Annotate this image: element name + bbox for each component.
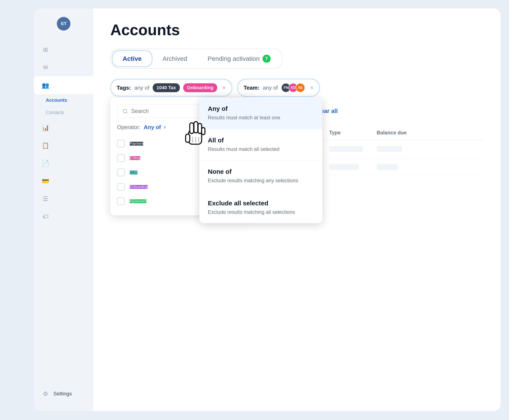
billing-icon: 💳 — [41, 176, 50, 186]
tags-filter-chip[interactable]: Tags: any of 1040 Tax Onboarding × — [110, 79, 232, 97]
operator-chevron-icon — [163, 125, 167, 129]
content-area: Accounts Active Archived Pending activat… — [93, 8, 501, 411]
checkbox-onboarding2[interactable] — [117, 183, 125, 191]
team-avatar-ae: AE — [296, 83, 305, 92]
settings-icon: ⚙ — [41, 389, 50, 398]
tag-efiling: E-filing — [130, 156, 140, 160]
checkbox-payment[interactable] — [117, 140, 125, 148]
op-desc-any: Results must match at least one — [208, 114, 314, 121]
sidebar-item-dashboard[interactable]: ⊞ — [34, 41, 93, 59]
files-icon: 📋 — [41, 141, 50, 150]
messages-icon: ✉ — [41, 63, 50, 72]
search-icon — [122, 108, 128, 114]
tags-chip-close[interactable]: × — [222, 84, 226, 91]
op-item-exclude-all[interactable]: Exclude all selected Exclude results mat… — [199, 192, 322, 223]
sidebar: ST ⊞ ✉ 👥 Accounts Contacts 📊 📋 📄 💳 — [34, 8, 93, 411]
sidebar-item-docs[interactable]: 📄 — [34, 154, 93, 172]
sidebar-item-billing[interactable]: 💳 — [34, 172, 93, 190]
op-title-exclude: Exclude all selected — [208, 200, 314, 207]
sidebar-item-settings[interactable]: ⚙ Settings — [34, 385, 93, 403]
tab-archived[interactable]: Archived — [152, 51, 197, 67]
sidebar-item-files[interactable]: 📋 — [34, 136, 93, 154]
team-chip-close[interactable]: × — [310, 84, 313, 91]
team-avatars: FN AD AE — [281, 83, 305, 92]
checkbox-1120[interactable] — [117, 169, 125, 176]
svg-line-6 — [126, 112, 127, 113]
row-balance — [377, 146, 402, 152]
reports-icon: 📊 — [41, 123, 50, 132]
svg-point-5 — [123, 109, 127, 113]
op-item-any-of[interactable]: Any of Results must match at least one — [199, 98, 322, 129]
tags-chip-operator: any of — [134, 84, 149, 91]
dashboard-icon: ⊞ — [41, 45, 50, 54]
tab-bar: Active Archived Pending activation 7 — [110, 49, 283, 69]
operator-dropdown: Any of Results must match at least one A… — [199, 98, 322, 223]
page-title: Accounts — [110, 21, 484, 38]
col-balance: Balance due — [377, 130, 419, 136]
tags-chip-label: Tags: — [117, 84, 131, 91]
tab-active[interactable]: Active — [112, 50, 152, 67]
sidebar-item-tasks[interactable]: ☰ — [34, 190, 93, 208]
sidebar-subitem-contacts[interactable]: Contacts — [34, 106, 93, 119]
tab-pending[interactable]: Pending activation 7 — [197, 50, 281, 67]
avatar: ST — [57, 17, 70, 30]
operator-value-button[interactable]: Any of — [144, 124, 167, 131]
filter-row-1: Tags: any of 1040 Tax Onboarding × Team:… — [110, 79, 484, 97]
op-desc-all: Results must match all selected — [208, 146, 314, 153]
checkbox-agreement[interactable] — [117, 197, 125, 205]
op-title-any: Any of — [208, 105, 314, 112]
clients-icon: 👥 — [41, 81, 50, 90]
sidebar-item-clients[interactable]: 👥 — [34, 76, 93, 94]
op-title-none: None of — [208, 168, 314, 175]
sidebar-subitem-accounts[interactable]: Accounts — [34, 94, 93, 106]
tag-1040tax: 1040 Tax — [153, 83, 180, 92]
team-filter-chip[interactable]: Team: any of FN AD AE × — [237, 79, 320, 97]
row-type — [329, 146, 363, 152]
tag-1120: 1120 — [130, 171, 138, 174]
tag-onboarding: Onboarding — [183, 83, 217, 92]
docs-icon: 📄 — [41, 158, 50, 168]
op-item-none-of[interactable]: None of Exclude results matching any sel… — [199, 160, 322, 192]
op-item-all-of[interactable]: All of Results must match all selected — [199, 129, 322, 161]
tag-payment: Payment — [130, 142, 143, 146]
op-title-all: All of — [208, 137, 314, 144]
team-chip-operator: any of — [263, 84, 278, 91]
operator-label: Operator: — [117, 124, 140, 131]
sidebar-item-reports[interactable]: 📊 — [34, 119, 93, 136]
checkbox-efiling[interactable] — [117, 154, 125, 162]
tag-onboarding2: Onboarding — [130, 185, 148, 189]
col-type: Type — [329, 130, 371, 136]
tags-icon: 🏷 — [41, 212, 50, 221]
sidebar-item-messages[interactable]: ✉ — [34, 59, 93, 76]
main-container: ST ⊞ ✉ 👥 Accounts Contacts 📊 📋 📄 💳 — [34, 8, 501, 411]
op-desc-exclude: Exclude results matching all selections — [208, 209, 314, 216]
pending-badge: 7 — [262, 55, 271, 63]
row-type — [329, 164, 359, 170]
team-chip-label: Team: — [244, 84, 260, 91]
tasks-icon: ☰ — [41, 194, 50, 203]
sidebar-item-tags[interactable]: 🏷 — [34, 208, 93, 225]
tag-agreement: Agreement — [130, 199, 146, 203]
op-desc-none: Exclude results matching any selections — [208, 177, 314, 184]
row-balance — [377, 164, 398, 170]
